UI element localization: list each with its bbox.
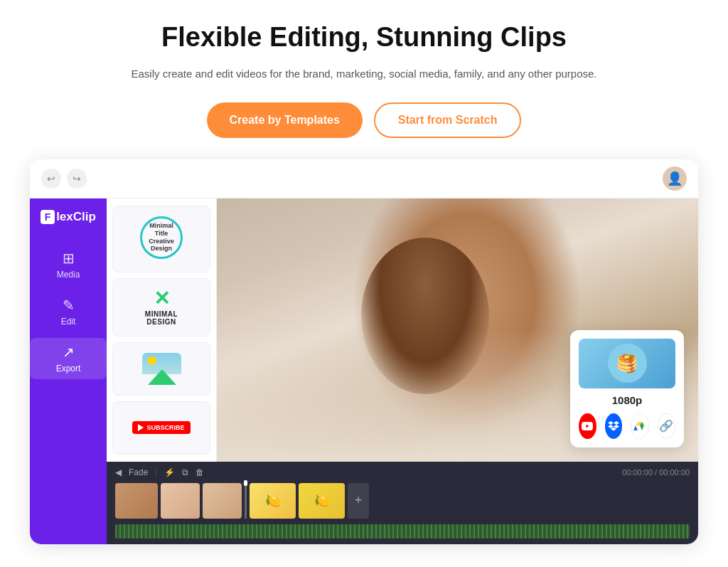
sidebar-edit-label: Edit <box>61 317 76 327</box>
subscribe-label: SUBSCRIBE <box>146 424 184 431</box>
editor-main: Minimal TitleCreative Design ✕ MINIMALDE… <box>107 198 698 462</box>
subscribe-container: SUBSCRIBE <box>132 421 190 434</box>
export-icon: ↗ <box>63 344 75 361</box>
yt-play-icon <box>138 424 144 431</box>
preview-photo: 🥞 1080p <box>217 198 698 462</box>
copy-button[interactable]: ⧉ <box>182 467 188 477</box>
sidebar: F lexClip ⊞ Media ✎ Edit ↗ Export <box>30 198 107 544</box>
share-link[interactable]: 🔗 <box>658 413 675 439</box>
fade-button[interactable]: Fade <box>129 467 148 477</box>
youtube-icon <box>582 422 593 430</box>
audio-wave <box>115 524 690 539</box>
sidebar-item-export[interactable]: ↗ Export <box>30 338 107 379</box>
hero-title: Flexible Editing, Stunning Clips <box>80 21 648 54</box>
sidebar-media-label: Media <box>57 270 80 280</box>
audio-track-container <box>115 521 690 539</box>
split-button[interactable]: ⚡ <box>164 467 175 477</box>
timeline-tracks: 🍋 🍋 + <box>115 483 690 519</box>
resolution-label: 1080p <box>579 394 675 406</box>
sidebar-item-edit[interactable]: ✎ Edit <box>30 291 107 332</box>
template-minimal-title[interactable]: Minimal TitleCreative Design <box>112 206 210 272</box>
landscape-icon <box>142 353 181 385</box>
create-templates-button[interactable]: Create by Templates <box>207 102 363 138</box>
template-landscape[interactable] <box>112 342 210 396</box>
clip-lemon-1[interactable]: 🍋 <box>250 483 296 519</box>
clip-1[interactable] <box>115 483 158 519</box>
yt-subscribe-btn: SUBSCRIBE <box>132 421 190 434</box>
clip-2[interactable] <box>161 483 200 519</box>
content-area: Minimal TitleCreative Design ✕ MINIMALDE… <box>107 198 698 544</box>
delete-button[interactable]: 🗑 <box>196 467 204 477</box>
hero-section: Flexible Editing, Stunning Clips Easily … <box>80 21 648 138</box>
avatar[interactable]: 👤 <box>663 166 687 191</box>
sidebar-item-media[interactable]: ⊞ Media <box>30 244 107 285</box>
undo-button[interactable]: ↩ <box>41 169 61 189</box>
minimal-x-icon: ✕ <box>154 289 170 309</box>
template-subscribe[interactable]: SUBSCRIBE <box>112 401 210 455</box>
edit-icon: ✎ <box>63 297 75 314</box>
floating-resolution-card: 🥞 1080p <box>570 330 684 447</box>
sidebar-export-label: Export <box>56 364 81 373</box>
logo-f-icon: F <box>41 210 55 224</box>
hero-buttons: Create by Templates Start from Scratch <box>80 102 648 138</box>
template-minimal-design[interactable]: ✕ MINIMALDESIGN <box>112 278 210 337</box>
floating-card-image: 🥞 <box>579 339 675 388</box>
audio-track <box>115 524 690 539</box>
timeline-area: ◀ Fade | ⚡ ⧉ 🗑 00:00:00 / 00:00:00 🍋 🍋 + <box>107 462 698 544</box>
main-area: F lexClip ⊞ Media ✎ Edit ↗ Export <box>30 198 698 544</box>
share-youtube[interactable] <box>579 413 596 439</box>
clip-lemon-2[interactable]: 🍋 <box>299 483 345 519</box>
landscape-mountain <box>148 369 176 385</box>
share-drive[interactable] <box>631 413 648 439</box>
app-mockup: ↩ ↪ 👤 F lexClip ⊞ Media ✎ Edit ↗ Export <box>30 159 698 544</box>
dropbox-icon <box>608 421 619 431</box>
start-scratch-button[interactable]: Start from Scratch <box>374 102 522 138</box>
clip-divider <box>245 483 247 519</box>
share-row: 🔗 <box>579 413 675 439</box>
landscape-sun <box>148 356 156 365</box>
top-bar: ↩ ↪ 👤 <box>30 159 698 198</box>
template-panel: Minimal TitleCreative Design ✕ MINIMALDE… <box>107 198 217 462</box>
woman-hair <box>361 238 489 394</box>
waffle-image: 🥞 <box>608 344 647 383</box>
template-circle: Minimal TitleCreative Design <box>140 216 183 259</box>
clip-3[interactable] <box>203 483 242 519</box>
hero-subtitle: Easily create and edit videos for the br… <box>80 65 648 83</box>
preview-area: 🥞 1080p <box>217 198 698 462</box>
template-circle-text: Minimal TitleCreative Design <box>142 222 181 253</box>
timeline-time: 00:00:00 / 00:00:00 <box>622 468 690 477</box>
timeline-toolbar: ◀ Fade | ⚡ ⧉ 🗑 00:00:00 / 00:00:00 <box>115 467 690 477</box>
sidebar-logo: F lexClip <box>41 210 96 224</box>
logo-text: lexClip <box>56 210 96 224</box>
tl-separator-1: | <box>155 468 157 476</box>
top-bar-controls: ↩ ↪ <box>41 169 87 189</box>
clip-add-button[interactable]: + <box>348 483 369 519</box>
minimal-design-label: MINIMALDESIGN <box>145 310 178 326</box>
drive-icon <box>633 420 646 433</box>
prev-button[interactable]: ◀ <box>115 467 122 477</box>
share-dropbox[interactable] <box>605 413 623 439</box>
redo-button[interactable]: ↪ <box>67 169 87 189</box>
minimal-design-container: ✕ MINIMALDESIGN <box>145 289 178 326</box>
media-icon: ⊞ <box>63 250 75 267</box>
